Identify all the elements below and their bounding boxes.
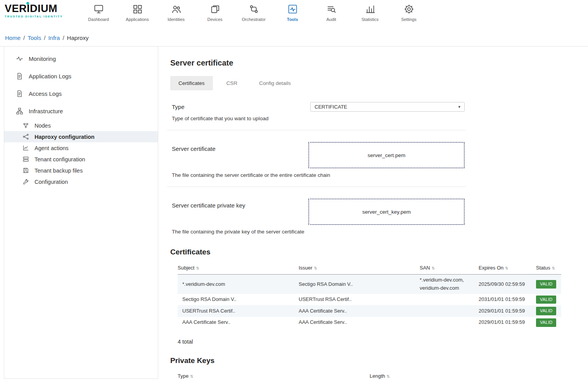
sidebar-item-haproxy-configuration[interactable]: Haproxy configuration bbox=[4, 131, 158, 142]
wrench-icon bbox=[22, 178, 29, 185]
sidebar-item-agent-actions[interactable]: Agent actions bbox=[4, 142, 158, 154]
tab-certificates[interactable]: Certificates bbox=[170, 76, 213, 90]
brand-tagline: TRUSTED DIGITAL IDENTITY bbox=[5, 15, 70, 18]
cell-expires: 2031/01/01 01:59:59 bbox=[479, 294, 536, 306]
sort-icon: ⇅ bbox=[432, 266, 435, 270]
private-key-filename: server_cert_key.pem bbox=[362, 209, 411, 215]
table-header-row: Type⇅ Length⇅ bbox=[178, 371, 561, 382]
col-issuer[interactable]: Issuer⇅ bbox=[299, 263, 420, 275]
sidebar-item-monitoring[interactable]: Monitoring bbox=[4, 50, 158, 67]
sidebar-item-label: Haproxy configuration bbox=[35, 134, 95, 140]
users-icon bbox=[171, 4, 182, 14]
server-cert-label: Server certificate bbox=[172, 142, 310, 152]
sort-icon: ⇅ bbox=[505, 266, 508, 270]
cell-issuer: Sectigo RSA Domain V.. bbox=[299, 275, 420, 294]
sidebar-item-label: Configuration bbox=[35, 179, 68, 185]
sidebar: Monitoring Application Logs Access Logs … bbox=[4, 47, 158, 379]
cell-subject: USERTrust RSA Certif.. bbox=[178, 305, 299, 317]
breadcrumb: Home/Tools/Infra/Haproxy bbox=[0, 29, 588, 46]
nav-item-statistics[interactable]: Statistics bbox=[351, 0, 389, 22]
line-chart-icon bbox=[22, 145, 29, 151]
cell-subject: AAA Certificate Serv.. bbox=[178, 317, 299, 328]
status-badge: VALID bbox=[536, 296, 556, 304]
type-field-row: Type CERTIFICATE ▾ bbox=[170, 102, 588, 112]
private-key-dropzone[interactable]: server_cert_key.pem bbox=[308, 199, 465, 225]
col-length[interactable]: Length⇅ bbox=[370, 371, 561, 382]
sidebar-item-tenant-backup-files[interactable]: Tenant backup files bbox=[4, 165, 158, 176]
sidebar-item-label: Nodes bbox=[35, 123, 51, 129]
certificates-table: Subject⇅ Issuer⇅ SAN⇅ Expires On⇅ Status… bbox=[178, 263, 561, 328]
cell-subject: *.veridium-dev.com bbox=[178, 275, 299, 294]
server-cert-filename: server_cert.pem bbox=[368, 152, 406, 158]
sidebar-item-label: Agent actions bbox=[35, 145, 69, 151]
sidebar-item-label: Access Logs bbox=[29, 90, 62, 97]
brand-name: VERIDIUM bbox=[5, 3, 70, 14]
tab-bar: Certificates CSR Config details bbox=[170, 76, 588, 90]
certificates-total: 4 total bbox=[178, 339, 588, 345]
certificate-type-select[interactable]: CERTIFICATE ▾ bbox=[310, 102, 465, 112]
tab-csr[interactable]: CSR bbox=[218, 76, 246, 90]
sidebar-item-tenant-configuration[interactable]: Tenant configuration bbox=[4, 154, 158, 165]
nav-label: Audit bbox=[312, 17, 351, 22]
sidebar-item-infrastructure[interactable]: Infrastructure bbox=[4, 102, 158, 120]
private-key-row: Server certificate private key server_ce… bbox=[170, 199, 588, 225]
private-key-help: The file containing the private key of t… bbox=[172, 229, 588, 235]
table-row: AAA Certificate Serv.. AAA Certificate S… bbox=[178, 317, 561, 328]
cell-issuer: USERTrust RSA Certif.. bbox=[299, 294, 420, 306]
devices-icon bbox=[210, 4, 220, 14]
bar-chart-icon bbox=[365, 4, 375, 14]
sidebar-item-configuration[interactable]: Configuration bbox=[4, 176, 158, 187]
breadcrumb-infra[interactable]: Infra bbox=[48, 35, 60, 41]
server-cert-dropzone[interactable]: server_cert.pem bbox=[308, 142, 465, 168]
nav-label: Statistics bbox=[351, 17, 389, 22]
cell-expires: 2025/09/30 02:59:59 bbox=[479, 275, 536, 294]
sort-icon: ⇅ bbox=[314, 266, 317, 270]
breadcrumb-home[interactable]: Home bbox=[5, 35, 21, 41]
table-row: *.veridium-dev.com Sectigo RSA Domain V.… bbox=[178, 275, 561, 294]
table-header-row: Subject⇅ Issuer⇅ SAN⇅ Expires On⇅ Status… bbox=[178, 263, 561, 275]
cell-expires: 2029/01/01 01:59:59 bbox=[479, 305, 536, 317]
col-status[interactable]: Status⇅ bbox=[536, 263, 561, 275]
nav-item-audit[interactable]: Audit bbox=[312, 0, 351, 22]
nav-label: Settings bbox=[389, 17, 428, 22]
flow-icon bbox=[249, 4, 259, 14]
sidebar-item-label: Monitoring bbox=[29, 55, 56, 62]
sidebar-item-label: Application Logs bbox=[29, 73, 71, 80]
page-title: Server certificate bbox=[170, 59, 588, 67]
cell-san bbox=[420, 294, 479, 306]
breadcrumb-tools[interactable]: Tools bbox=[28, 35, 41, 41]
nav-item-tools[interactable]: Tools bbox=[273, 0, 312, 22]
nav-item-dashboard[interactable]: Dashboard bbox=[79, 0, 118, 22]
page-layout: Monitoring Application Logs Access Logs … bbox=[0, 46, 588, 379]
private-keys-heading: Private Keys bbox=[170, 356, 588, 365]
col-expires-on[interactable]: Expires On⇅ bbox=[479, 263, 536, 275]
nav-label: Identities bbox=[157, 17, 195, 22]
gear-icon bbox=[404, 4, 414, 14]
sidebar-item-application-logs[interactable]: Application Logs bbox=[4, 67, 158, 85]
nav-label: Tools bbox=[273, 17, 312, 22]
nav-item-applications[interactable]: Applications bbox=[118, 0, 157, 22]
sidebar-item-access-logs[interactable]: Access Logs bbox=[4, 85, 158, 102]
status-badge: VALID bbox=[536, 318, 556, 327]
save-icon bbox=[22, 167, 29, 174]
nav-item-orchestrator[interactable]: Orchestrator bbox=[234, 0, 273, 22]
sidebar-item-nodes[interactable]: Nodes bbox=[4, 120, 158, 131]
nav-item-identities[interactable]: Identities bbox=[157, 0, 195, 22]
status-badge: VALID bbox=[536, 280, 556, 289]
table-row: USERTrust RSA Certif.. AAA Certificate S… bbox=[178, 305, 561, 317]
tab-config-details[interactable]: Config details bbox=[251, 76, 299, 90]
col-subject[interactable]: Subject⇅ bbox=[178, 263, 299, 275]
breadcrumb-separator: / bbox=[23, 35, 25, 41]
breadcrumb-current: Haproxy bbox=[67, 35, 89, 41]
col-type[interactable]: Type⇅ bbox=[178, 371, 370, 382]
type-field-help: Type of certificate that you want to upl… bbox=[172, 116, 588, 121]
type-field-label: Type bbox=[172, 102, 310, 110]
main-content: Server certificate Certificates CSR Conf… bbox=[158, 47, 588, 379]
col-san[interactable]: SAN⇅ bbox=[420, 263, 479, 275]
nav-label: Dashboard bbox=[79, 17, 118, 22]
sidebar-item-label: Tenant configuration bbox=[35, 156, 85, 162]
nav-item-settings[interactable]: Settings bbox=[389, 0, 428, 22]
nav-item-devices[interactable]: Devices bbox=[195, 0, 234, 22]
top-bar: VERIDIUM TRUSTED DIGITAL IDENTITY Dashbo… bbox=[0, 0, 588, 29]
cell-issuer: AAA Certificate Serv.. bbox=[299, 317, 420, 328]
